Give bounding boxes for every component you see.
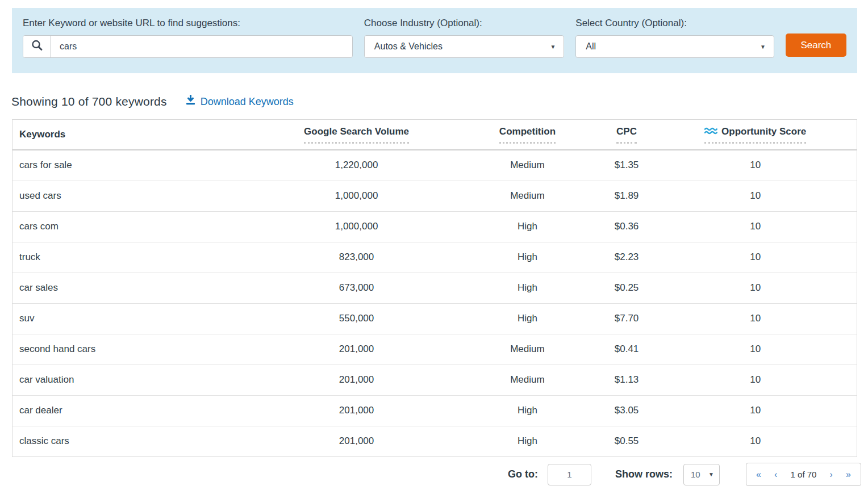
chevron-down-icon: ▼ (708, 471, 714, 478)
country-field-group: Select Country (Optional): All ▼ (575, 18, 774, 58)
cell-competition: High (456, 273, 599, 303)
table-row: second hand cars 201,000 Medium $0.41 10 (12, 334, 857, 365)
cell-keyword: used cars (12, 181, 257, 211)
cell-score: 10 (654, 303, 857, 334)
keyword-label: Enter Keyword or website URL to find sug… (23, 18, 353, 29)
cell-volume: 201,000 (257, 426, 456, 457)
cell-competition: High (456, 242, 599, 273)
industry-select[interactable]: Autos & Vehicles ▼ (364, 35, 564, 58)
cell-keyword: car sales (12, 273, 257, 303)
download-keywords-link[interactable]: Download Keywords (185, 95, 294, 108)
search-panel: Enter Keyword or website URL to find sug… (12, 8, 857, 73)
previous-page-button[interactable]: ‹ (774, 470, 777, 480)
cell-volume: 201,000 (257, 334, 456, 365)
wave-icon (704, 126, 721, 137)
pagination: « ‹ 1 of 70 › » (746, 463, 861, 486)
industry-selected-value: Autos & Vehicles (374, 41, 443, 52)
column-header-opportunity-score[interactable]: Opportunity Score (654, 120, 857, 150)
chevron-down-icon: ▼ (550, 44, 556, 50)
cell-competition: High (456, 211, 599, 242)
cell-cpc: $1.89 (599, 181, 654, 211)
show-rows-selected-value: 10 (691, 470, 700, 479)
last-page-button[interactable]: » (846, 470, 851, 480)
column-header-cpc[interactable]: CPC (599, 120, 654, 150)
country-label: Select Country (Optional): (575, 18, 774, 29)
search-icon (31, 39, 43, 54)
cell-competition: Medium (456, 334, 599, 365)
cell-volume: 1,220,000 (257, 150, 456, 181)
cell-score: 10 (654, 150, 857, 181)
cell-cpc: $0.41 (599, 334, 654, 365)
cell-volume: 201,000 (257, 365, 456, 395)
column-header-search-volume[interactable]: Google Search Volume (257, 120, 456, 150)
column-header-keywords: Keywords (12, 120, 257, 150)
keywords-table: Keywords Google Search Volume Competitio… (12, 119, 857, 457)
table-header-row: Keywords Google Search Volume Competitio… (12, 120, 857, 150)
cell-keyword: cars com (12, 211, 257, 242)
cell-score: 10 (654, 334, 857, 365)
table-row: cars for sale 1,220,000 Medium $1.35 10 (12, 150, 857, 181)
cell-volume: 673,000 (257, 273, 456, 303)
column-header-competition[interactable]: Competition (456, 120, 599, 150)
industry-field-group: Choose Industry (Optional): Autos & Vehi… (364, 18, 564, 58)
search-icon-button[interactable] (23, 36, 51, 57)
cell-score: 10 (654, 273, 857, 303)
table-row: classic cars 201,000 High $0.55 10 (12, 426, 857, 457)
download-link-label: Download Keywords (201, 96, 294, 108)
chevron-down-icon: ▼ (760, 44, 766, 50)
search-button[interactable]: Search (786, 33, 846, 57)
table-row: truck 823,000 High $2.23 10 (12, 242, 857, 273)
cell-competition: High (456, 303, 599, 334)
next-page-button[interactable]: › (830, 470, 833, 480)
show-rows-select[interactable]: 10 ▼ (683, 464, 720, 485)
industry-label: Choose Industry (Optional): (364, 18, 564, 29)
country-selected-value: All (586, 41, 596, 52)
cell-score: 10 (654, 211, 857, 242)
table-row: car valuation 201,000 Medium $1.13 10 (12, 365, 857, 395)
table-row: used cars 1,000,000 Medium $1.89 10 (12, 181, 857, 211)
cell-competition: High (456, 426, 599, 457)
show-rows-label: Show rows: (615, 468, 673, 480)
country-select[interactable]: All ▼ (575, 35, 774, 58)
cell-score: 10 (654, 426, 857, 457)
cell-volume: 823,000 (257, 242, 456, 273)
cell-score: 10 (654, 365, 857, 395)
cell-score: 10 (654, 242, 857, 273)
cell-cpc: $1.13 (599, 365, 654, 395)
cell-cpc: $0.25 (599, 273, 654, 303)
cell-keyword: classic cars (12, 426, 257, 457)
goto-page-input[interactable] (548, 464, 591, 485)
cell-cpc: $1.35 (599, 150, 654, 181)
cell-cpc: $0.55 (599, 426, 654, 457)
cell-score: 10 (654, 395, 857, 426)
cell-score: 10 (654, 181, 857, 211)
table-row: car dealer 201,000 High $3.05 10 (12, 395, 857, 426)
cell-competition: Medium (456, 150, 599, 181)
table-row: cars com 1,000,000 High $0.36 10 (12, 211, 857, 242)
cell-competition: High (456, 395, 599, 426)
download-icon (185, 95, 201, 108)
cell-keyword: suv (12, 303, 257, 334)
keyword-search-box (23, 35, 353, 58)
cell-keyword: second hand cars (12, 334, 257, 365)
cell-volume: 201,000 (257, 395, 456, 426)
page-status: 1 of 70 (791, 470, 817, 479)
first-page-button[interactable]: « (756, 470, 761, 480)
cell-keyword: car valuation (12, 365, 257, 395)
results-summary: Showing 10 of 700 keywords (11, 95, 167, 108)
keyword-field-group: Enter Keyword or website URL to find sug… (23, 18, 353, 58)
cell-volume: 1,000,000 (257, 211, 456, 242)
results-bar: Showing 10 of 700 keywords Download Keyw… (11, 95, 868, 108)
cell-competition: Medium (456, 181, 599, 211)
table-row: car sales 673,000 High $0.25 10 (12, 273, 857, 303)
goto-label: Go to: (508, 468, 538, 480)
cell-volume: 550,000 (257, 303, 456, 334)
cell-cpc: $7.70 (599, 303, 654, 334)
cell-competition: Medium (456, 365, 599, 395)
table-footer: Go to: Show rows: 10 ▼ « ‹ 1 of 70 › » (0, 463, 861, 486)
cell-cpc: $0.36 (599, 211, 654, 242)
cell-keyword: car dealer (12, 395, 257, 426)
cell-cpc: $3.05 (599, 395, 654, 426)
keyword-input[interactable] (51, 36, 352, 57)
table-row: suv 550,000 High $7.70 10 (12, 303, 857, 334)
